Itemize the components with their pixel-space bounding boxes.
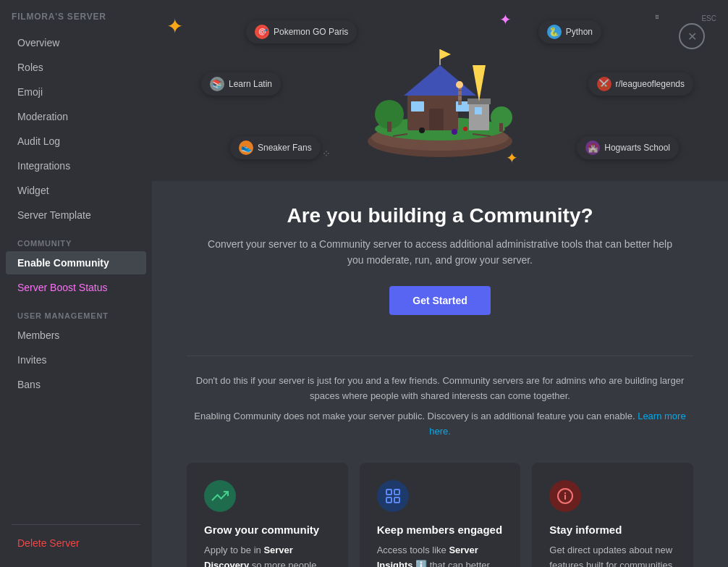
sidebar-item-label: Bans xyxy=(17,379,41,390)
main-subtitle: Convert your server to a Community serve… xyxy=(205,236,675,269)
svg-rect-6 xyxy=(411,101,424,112)
feature-card-grow: Grow your community Apply to be in Serve… xyxy=(187,463,348,567)
svg-rect-7 xyxy=(456,101,469,112)
sidebar-divider xyxy=(12,524,140,525)
sneaker-chip-icon: 👟 xyxy=(239,140,253,155)
svg-rect-15 xyxy=(499,123,503,132)
dots-decoration: ⠿ xyxy=(655,14,659,21)
pokemon-chip-label: Pokemon GO Paris xyxy=(274,27,348,37)
sidebar-item-emoji[interactable]: Emoji xyxy=(6,80,146,104)
island-illustration xyxy=(350,7,530,167)
sidebar-item-label: Integrations xyxy=(17,160,70,172)
get-started-button[interactable]: Get Started xyxy=(389,286,490,315)
sidebar-item-label: Moderation xyxy=(17,111,68,122)
svg-point-18 xyxy=(463,127,467,131)
sidebar-item-label: Invites xyxy=(17,354,46,366)
sidebar-item-widget[interactable]: Widget xyxy=(6,179,146,202)
svg-rect-29 xyxy=(394,490,399,495)
sidebar-item-label: Audit Log xyxy=(17,135,60,147)
engage-icon xyxy=(377,480,409,512)
section-user-management: USER MANAGEMENT xyxy=(0,300,152,323)
close-button[interactable]: ✕ xyxy=(679,23,705,49)
svg-marker-10 xyxy=(473,65,486,101)
sidebar-item-server-boost[interactable]: Server Boost Status xyxy=(6,276,146,299)
main-title: Are you building a Community? xyxy=(187,204,693,227)
sidebar-item-label: Widget xyxy=(17,185,49,196)
star-yellow-icon: ✦ xyxy=(166,14,183,38)
latin-chip-label: Learn Latin xyxy=(229,79,272,89)
svg-rect-31 xyxy=(394,497,399,503)
svg-rect-30 xyxy=(386,497,391,503)
svg-marker-4 xyxy=(404,65,476,96)
hogwarts-chip-icon: 🏰 xyxy=(585,140,600,155)
sidebar-item-members[interactable]: Members xyxy=(6,324,146,347)
engage-description: Access tools like Server Insights ℹ️ tha… xyxy=(377,543,504,567)
sidebar-item-invites[interactable]: Invites xyxy=(6,348,146,371)
sidebar-item-bans[interactable]: Bans xyxy=(6,373,146,396)
warning-text-1: Don't do this if your server is just for… xyxy=(187,374,693,404)
sidebar: FILMORA'S SERVER Overview Roles Emoji Mo… xyxy=(0,0,152,567)
sneaker-chip: 👟 Sneaker Fans xyxy=(230,136,321,159)
warning-section: Don't do this if your server is just for… xyxy=(152,374,728,440)
latin-chip: 📚 Learn Latin xyxy=(201,72,281,96)
sidebar-item-label: Enable Community xyxy=(17,257,109,269)
svg-point-35 xyxy=(564,492,566,494)
pokemon-chip: 🎯 Pokemon GO Paris xyxy=(246,20,357,43)
informed-icon xyxy=(549,480,581,512)
python-chip-icon: 🐍 xyxy=(547,25,562,39)
sidebar-item-label: Server Template xyxy=(17,209,91,221)
server-name: FILMORA'S SERVER xyxy=(0,12,152,30)
informed-description: Get direct updates about new features bu… xyxy=(549,543,676,567)
engage-title: Keep members engaged xyxy=(377,524,504,536)
section-community: COMMUNITY xyxy=(0,227,152,251)
python-chip: 🐍 Python xyxy=(538,20,601,43)
sidebar-item-roles[interactable]: Roles xyxy=(6,56,146,79)
python-chip-label: Python xyxy=(566,27,593,37)
sidebar-item-label: Server Boost Status xyxy=(17,282,108,293)
svg-point-17 xyxy=(452,129,457,135)
svg-rect-8 xyxy=(469,101,489,130)
svg-rect-28 xyxy=(386,490,391,495)
sidebar-item-label: Members xyxy=(17,329,59,341)
sidebar-item-label: Overview xyxy=(17,37,59,49)
league-chip: ⚔️ r/leagueoflegends xyxy=(588,72,693,96)
esc-label: ESC xyxy=(701,14,716,22)
latin-chip-icon: 📚 xyxy=(210,77,224,91)
warning-text-2-prefix: Enabling Community does not make your se… xyxy=(194,411,635,421)
svg-rect-13 xyxy=(387,122,391,132)
svg-marker-22 xyxy=(440,49,451,59)
sidebar-item-label: Delete Server xyxy=(17,537,80,549)
crosshair-icon: ⁘ xyxy=(322,148,334,159)
feature-cards-container: Grow your community Apply to be in Serve… xyxy=(152,445,728,567)
pokemon-chip-icon: 🎯 xyxy=(255,25,269,39)
grow-title: Grow your community xyxy=(204,524,331,536)
feature-card-engage: Keep members engaged Access tools like S… xyxy=(360,463,521,567)
sidebar-item-label: Roles xyxy=(17,62,43,73)
sidebar-item-enable-community[interactable]: Enable Community xyxy=(6,251,146,274)
grow-icon xyxy=(204,480,236,512)
svg-rect-5 xyxy=(429,109,444,130)
informed-title: Stay informed xyxy=(549,524,676,536)
sidebar-item-server-template[interactable]: Server Template xyxy=(6,203,146,227)
hogwarts-chip: 🏰 Hogwarts School xyxy=(577,136,679,159)
sidebar-item-moderation[interactable]: Moderation xyxy=(6,105,146,128)
warning-text-2: Enabling Community does not make your se… xyxy=(187,409,693,440)
svg-point-24 xyxy=(456,81,463,88)
grow-description: Apply to be in Server Discovery so more … xyxy=(204,543,331,567)
feature-card-informed: Stay informed Get direct updates about n… xyxy=(532,463,693,567)
content-divider xyxy=(187,356,693,356)
league-chip-label: r/leagueoflegends xyxy=(616,79,685,89)
sidebar-item-overview[interactable]: Overview xyxy=(6,31,146,54)
league-chip-icon: ⚔️ xyxy=(597,77,611,91)
svg-point-16 xyxy=(419,127,425,133)
sidebar-item-integrations[interactable]: Integrations xyxy=(6,154,146,177)
svg-rect-11 xyxy=(475,107,482,114)
close-button-container: ✕ ESC xyxy=(701,12,716,22)
sidebar-item-delete-server[interactable]: Delete Server xyxy=(6,532,146,555)
sidebar-item-label: Emoji xyxy=(17,86,43,98)
main-content: ✕ ESC ✦ ✦ ⠿ ⁘ ✦ 🎯 Pokemon GO Paris 🐍 Pyt… xyxy=(152,0,728,567)
sneaker-chip-label: Sneaker Fans xyxy=(258,143,312,153)
close-icon: ✕ xyxy=(687,30,697,43)
hogwarts-chip-label: Hogwarts School xyxy=(604,143,670,153)
sidebar-item-audit-log[interactable]: Audit Log xyxy=(6,130,146,153)
